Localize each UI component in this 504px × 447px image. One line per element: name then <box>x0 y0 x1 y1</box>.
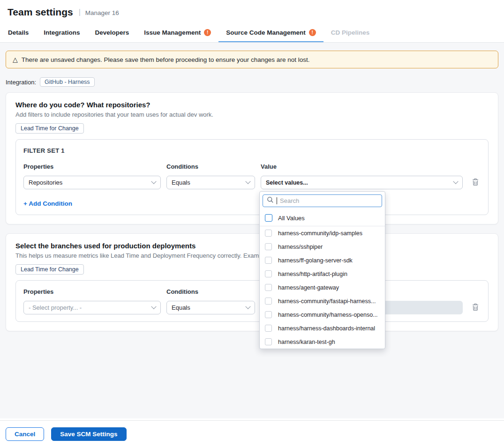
page-title: Team settings <box>8 7 73 18</box>
chevron-down-icon <box>151 304 156 309</box>
checkbox-icon[interactable] <box>265 338 272 345</box>
checkbox-icon[interactable] <box>265 325 272 332</box>
tab-bar: Details Integrations Developers Issue Ma… <box>0 23 504 43</box>
tab-issue-management[interactable]: Issue Management ! <box>136 23 218 42</box>
main-content: △️‍ There are unsaved changes. Please sa… <box>0 43 504 418</box>
branches-card-subtitle: This helps us measure metrics like Lead … <box>15 252 489 259</box>
page-header: Team settings | Manager 16 <box>0 0 504 23</box>
text-caret <box>277 197 277 204</box>
value-header: Value <box>261 163 463 170</box>
warning-badge-icon: ! <box>204 29 211 36</box>
search-input[interactable] <box>280 197 378 204</box>
property-select[interactable]: - Select property... - <box>23 301 161 314</box>
dropdown-option[interactable]: harness-community/fastapi-harness... <box>260 294 385 308</box>
save-scm-settings-button[interactable]: Save SCM Settings <box>51 427 126 441</box>
title-separator: | <box>79 8 81 16</box>
value-multiselect[interactable]: Select values... <box>261 176 463 189</box>
dropdown-option[interactable]: harness/karan-test-gh <box>260 335 385 349</box>
branches-filter-panel: Properties Conditions - Select property.… <box>15 280 489 322</box>
dropdown-option[interactable]: harness-community/idp-samples <box>260 226 385 240</box>
dropdown-option[interactable]: harness/agent-gateway <box>260 281 385 294</box>
condition-select[interactable]: Equals <box>166 176 255 189</box>
branches-card-title: Select the branches used for production … <box>15 242 489 250</box>
properties-header: Properties <box>23 288 161 295</box>
filter-set-title: FILTER SET 1 <box>23 147 481 154</box>
delete-filter-button[interactable] <box>472 176 479 189</box>
dropdown-option[interactable]: harness-community/harness-openso... <box>260 308 385 321</box>
values-dropdown-popup: All Values harness-community/idp-samples… <box>259 191 385 349</box>
tab-source-code-management[interactable]: Source Code Management ! <box>218 23 323 42</box>
properties-header: Properties <box>23 163 161 170</box>
dropdown-option[interactable]: harness/harness-dashboards-internal <box>260 321 385 335</box>
page-subtitle: Manager 16 <box>85 8 119 16</box>
repositories-card-subtitle: Add filters to include repositories that… <box>15 111 489 118</box>
filter-row: Repositories Equals Select values... <box>23 176 481 189</box>
filter-column-headers: Properties Conditions Value <box>23 163 481 170</box>
chevron-down-icon <box>151 179 156 184</box>
warning-triangle-icon: △️‍ <box>13 56 18 63</box>
dropdown-option[interactable]: harness/sshpiper <box>260 240 385 253</box>
chevron-down-icon <box>245 179 250 184</box>
cancel-button[interactable]: Cancel <box>6 427 44 441</box>
dropdown-search[interactable] <box>263 194 382 207</box>
warning-badge-icon: ! <box>309 29 316 36</box>
branches-card: Select the branches used for production … <box>6 233 498 331</box>
dropdown-option[interactable]: harness/http-artifact-plugin <box>260 267 385 281</box>
chevron-down-icon <box>245 304 250 309</box>
checkbox-icon[interactable] <box>265 214 272 222</box>
conditions-header: Conditions <box>166 163 255 170</box>
checkbox-icon[interactable] <box>265 230 272 237</box>
banner-text: There are unsaved changes. Please save t… <box>22 56 310 63</box>
unsaved-changes-banner: △️‍ There are unsaved changes. Please sa… <box>6 51 498 68</box>
dropdown-option[interactable]: harness/… <box>260 349 385 349</box>
delete-filter-button[interactable] <box>472 301 479 314</box>
lead-time-tag: Lead Time for Change <box>15 264 84 275</box>
tab-integrations[interactable]: Integrations <box>36 23 87 42</box>
dropdown-option[interactable]: harness/ff-golang-server-sdk <box>260 253 385 267</box>
integration-chip[interactable]: GitHub - Harness <box>40 77 95 87</box>
filter-row: - Select property... - Equals <box>23 301 481 314</box>
filter-column-headers: Properties Conditions <box>23 288 481 295</box>
chevron-down-icon <box>453 179 458 184</box>
tab-cd-pipelines: CD Pipelines <box>323 23 377 42</box>
checkbox-icon[interactable] <box>265 311 272 318</box>
repositories-card: Where do you code? What repositories? Ad… <box>6 92 498 224</box>
property-select[interactable]: Repositories <box>23 176 161 189</box>
lead-time-tag: Lead Time for Change <box>15 123 84 134</box>
tab-details[interactable]: Details <box>0 23 36 42</box>
tab-developers[interactable]: Developers <box>88 23 137 42</box>
checkbox-icon[interactable] <box>265 257 272 264</box>
checkbox-icon[interactable] <box>265 270 272 277</box>
repositories-card-title: Where do you code? What repositories? <box>15 101 489 109</box>
trash-icon <box>472 303 479 313</box>
all-values-option[interactable]: All Values <box>260 210 385 226</box>
filter-set-panel: FILTER SET 1 Properties Conditions Value… <box>15 139 489 215</box>
trash-icon <box>472 178 479 187</box>
footer-bar: Cancel Save SCM Settings <box>0 420 504 447</box>
condition-select[interactable]: Equals <box>166 301 255 314</box>
checkbox-icon[interactable] <box>265 284 272 291</box>
integration-label: Integration: <box>6 79 36 86</box>
integration-row: Integration: GitHub - Harness <box>6 77 498 87</box>
search-icon <box>267 196 274 205</box>
conditions-header: Conditions <box>166 288 255 295</box>
checkbox-icon[interactable] <box>265 243 272 250</box>
checkbox-icon[interactable] <box>265 298 272 305</box>
add-condition-link[interactable]: + Add Condition <box>23 200 72 207</box>
